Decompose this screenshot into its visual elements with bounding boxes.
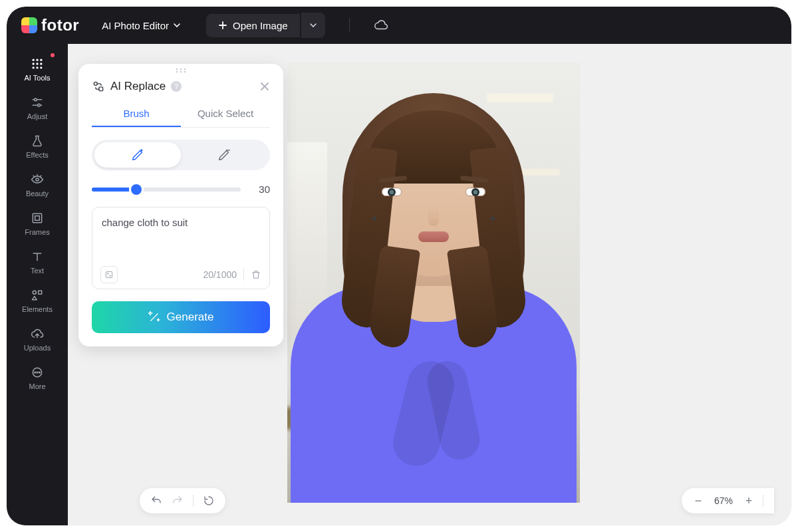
zoom-out-button[interactable]: −: [692, 494, 704, 508]
sidebar-item-effects[interactable]: Effects: [13, 128, 61, 165]
sidebar-item-label: Beauty: [26, 190, 49, 198]
open-image-caret[interactable]: [301, 13, 325, 38]
shapes-icon: [30, 288, 45, 303]
undo-button[interactable]: [150, 495, 162, 507]
top-bar: fotor AI Photo Editor Open Image: [7, 7, 791, 44]
reset-button[interactable]: [203, 495, 215, 507]
svg-point-6: [33, 66, 35, 68]
app-logo[interactable]: fotor: [21, 16, 79, 35]
svg-point-10: [38, 104, 41, 106]
svg-point-9: [35, 98, 37, 101]
editor-mode-label: AI Photo Editor: [102, 20, 169, 31]
brush-add-button[interactable]: [94, 142, 181, 168]
svg-point-5: [40, 63, 42, 65]
history-bar: [140, 488, 225, 513]
sidebar-item-text[interactable]: Text: [13, 243, 61, 281]
grip-icon: [175, 67, 187, 74]
sliders-icon: [30, 95, 45, 110]
panel-tabs: Brush Quick Select: [92, 101, 270, 128]
sidebar-item-adjust[interactable]: Adjust: [13, 89, 61, 126]
brush-size-value: 30: [251, 184, 270, 195]
chevron-down-icon: [309, 21, 317, 29]
prompt-input[interactable]: [100, 215, 261, 263]
sidebar-item-frames[interactable]: Frames: [13, 205, 61, 242]
divider: [243, 269, 244, 281]
svg-point-0: [33, 59, 35, 61]
panel-header: AI Replace ?: [78, 77, 283, 101]
sidebar-item-label: Uploads: [24, 344, 51, 352]
random-prompt-button[interactable]: [100, 266, 118, 283]
brush-mode-toggle: [92, 140, 270, 170]
svg-point-8: [40, 66, 42, 68]
cloud-icon: [374, 18, 388, 33]
svg-point-1: [36, 59, 38, 61]
close-panel-button[interactable]: [259, 81, 270, 92]
sidebar-item-elements[interactable]: Elements: [13, 282, 61, 319]
grid-icon: [30, 57, 45, 71]
svg-point-24: [94, 82, 97, 85]
redo-icon: [172, 495, 184, 507]
svg-point-17: [39, 372, 41, 373]
sidebar-item-beauty[interactable]: Beauty: [13, 166, 61, 203]
divider: [763, 495, 763, 507]
redo-button[interactable]: [172, 495, 184, 507]
svg-point-20: [184, 68, 186, 70]
close-icon: [259, 81, 270, 92]
upload-cloud-icon: [30, 327, 45, 341]
tab-label: Brush: [123, 108, 149, 119]
app-name: fotor: [41, 16, 79, 35]
panel-title-text: AI Replace: [110, 80, 166, 93]
zoom-bar: − 67% +: [682, 488, 774, 513]
divider: [193, 495, 194, 507]
open-image-label: Open Image: [233, 20, 288, 31]
zoom-in-button[interactable]: +: [743, 494, 755, 508]
sidebar-item-label: Text: [31, 267, 44, 275]
svg-point-7: [36, 66, 38, 68]
sidebar-item-ai-tools[interactable]: AI Tools: [13, 51, 61, 88]
svg-point-19: [180, 68, 182, 70]
cloud-sync-button[interactable]: [374, 18, 388, 33]
brush-size-slider[interactable]: [92, 188, 241, 192]
tab-brush[interactable]: Brush: [92, 101, 181, 127]
trash-icon: [251, 269, 261, 280]
more-icon: [30, 365, 45, 380]
text-icon: [30, 249, 45, 264]
svg-point-16: [37, 372, 38, 373]
editor-mode-dropdown[interactable]: AI Photo Editor: [102, 20, 181, 31]
logo-icon: [21, 17, 37, 33]
prompt-box: 20/1000: [92, 207, 270, 289]
svg-point-21: [176, 71, 178, 73]
sidebar-item-more[interactable]: More: [13, 359, 61, 396]
brush-erase-button[interactable]: [181, 142, 267, 168]
slider-thumb[interactable]: [131, 184, 142, 195]
svg-point-3: [33, 63, 35, 65]
slider-fill: [92, 188, 136, 192]
svg-point-18: [176, 68, 178, 70]
svg-rect-13: [35, 216, 40, 221]
brush-erase-icon: [217, 148, 231, 162]
eye-icon: [30, 172, 45, 187]
drag-handle[interactable]: [78, 64, 283, 77]
sidebar-item-label: Elements: [22, 305, 53, 313]
photo-subject: [294, 74, 573, 503]
reset-icon: [203, 495, 215, 507]
generate-button[interactable]: Generate: [92, 301, 270, 333]
tab-label: Quick Select: [198, 108, 253, 119]
help-icon[interactable]: ?: [171, 81, 182, 92]
plus-icon: [218, 21, 227, 30]
tab-quick-select[interactable]: Quick Select: [181, 101, 270, 127]
chevron-down-icon: [173, 21, 181, 29]
sidebar-item-uploads[interactable]: Uploads: [13, 321, 61, 358]
ai-replace-icon: [92, 80, 105, 93]
svg-point-27: [107, 273, 108, 274]
svg-point-11: [36, 178, 39, 181]
image-canvas[interactable]: [287, 63, 580, 503]
char-count: 20/1000: [203, 269, 237, 280]
svg-point-15: [35, 372, 36, 373]
top-actions: Open Image: [206, 13, 325, 38]
open-image-button[interactable]: Open Image: [206, 14, 300, 37]
zoom-value: 67%: [712, 495, 735, 506]
clear-prompt-button[interactable]: [251, 269, 261, 280]
ai-replace-panel: AI Replace ? Brush Quick Select 30: [78, 64, 283, 346]
sidebar-item-label: Effects: [26, 151, 48, 159]
